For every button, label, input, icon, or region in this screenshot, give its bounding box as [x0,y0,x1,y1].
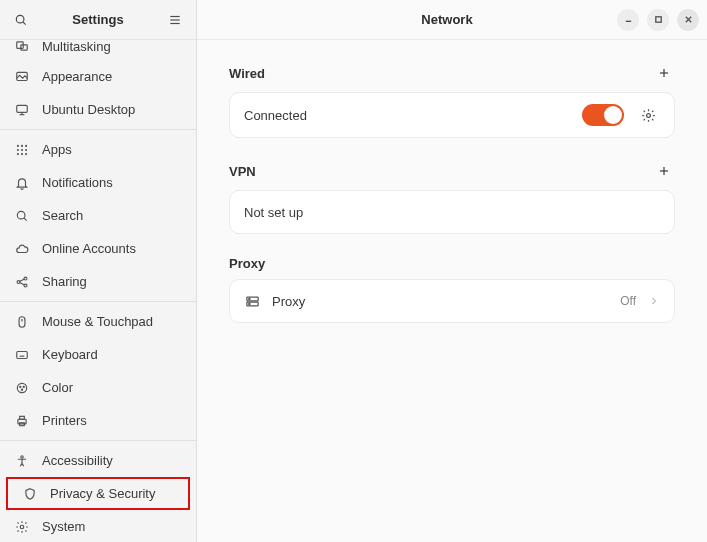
close-icon [684,15,693,24]
plus-icon [657,164,671,178]
maximize-button[interactable] [647,9,669,31]
svg-point-55 [248,303,249,304]
svg-rect-6 [21,45,27,50]
wired-title: Wired [229,66,653,81]
svg-point-18 [21,153,23,155]
sidebar-item-label: Printers [42,413,182,428]
sidebar-item-apps[interactable]: Apps [0,133,196,166]
vpn-card: Not set up [229,190,675,234]
search-button[interactable] [8,7,34,33]
sidebar-item-appearance[interactable]: Appearance [0,60,196,93]
sidebar: Settings Multitasking Appearance Ubuntu … [0,0,197,542]
minimize-icon [624,15,633,24]
sidebar-item-label: Color [42,380,182,395]
page-title: Network [277,12,617,27]
sidebar-item-label: Sharing [42,274,182,289]
highlight-annotation: Privacy & Security [6,477,190,510]
svg-line-26 [20,282,25,284]
sidebar-title: Settings [34,12,162,27]
svg-point-16 [25,148,27,150]
close-button[interactable] [677,9,699,31]
chevron-right-icon [648,295,660,307]
gear-icon [641,108,656,123]
svg-point-42 [20,525,24,529]
wired-settings-button[interactable] [636,103,660,127]
proxy-section-header: Proxy [229,256,675,271]
svg-line-25 [20,279,25,281]
sidebar-item-multitasking[interactable]: Multitasking [0,40,196,60]
add-wired-button[interactable] [653,62,675,84]
keyboard-icon [14,347,30,363]
main: Network Wired Connected [197,0,707,542]
wired-status: Connected [244,108,570,123]
svg-rect-8 [17,105,28,112]
vpn-status: Not set up [244,205,660,220]
proxy-row-label: Proxy [272,294,608,309]
sidebar-item-label: Multitasking [42,40,111,54]
sidebar-item-online-accounts[interactable]: Online Accounts [0,232,196,265]
sidebar-item-label: System [42,519,182,534]
sidebar-item-sharing[interactable]: Sharing [0,265,196,298]
window-controls [617,9,699,31]
sidebar-header: Settings [0,0,196,40]
sidebar-item-keyboard[interactable]: Keyboard [0,338,196,371]
sidebar-item-label: Search [42,208,182,223]
sidebar-item-label: Online Accounts [42,241,182,256]
svg-point-20 [17,211,25,219]
menu-button[interactable] [162,7,188,33]
svg-point-19 [25,153,27,155]
sidebar-item-ubuntu-desktop[interactable]: Ubuntu Desktop [0,93,196,126]
accessibility-icon [14,453,30,469]
svg-point-12 [21,144,23,146]
sidebar-separator [0,440,196,441]
wired-section-header: Wired [229,62,675,84]
sidebar-item-privacy-security[interactable]: Privacy & Security [8,479,188,508]
wired-row: Connected [230,93,674,137]
sidebar-item-label: Accessibility [42,453,182,468]
svg-point-11 [17,144,19,146]
multitask-icon [14,40,30,54]
mouse-icon [14,314,30,330]
svg-point-37 [21,389,22,390]
svg-point-0 [16,15,24,23]
proxy-row[interactable]: Proxy Off [230,280,674,322]
add-vpn-button[interactable] [653,160,675,182]
sidebar-item-label: Appearance [42,69,182,84]
cloud-icon [14,241,30,257]
plus-icon [657,66,671,80]
sidebar-item-label: Keyboard [42,347,182,362]
sidebar-item-label: Apps [42,142,182,157]
sidebar-item-label: Notifications [42,175,182,190]
svg-point-54 [248,298,249,299]
grid-icon [14,142,30,158]
proxy-icon [244,293,260,309]
proxy-row-value: Off [620,294,636,308]
sidebar-item-color[interactable]: Color [0,371,196,404]
sidebar-item-system[interactable]: System [0,510,196,542]
sidebar-item-search[interactable]: Search [0,199,196,232]
content: Wired Connected VPN [197,40,707,337]
proxy-title: Proxy [229,256,675,271]
printer-icon [14,413,30,429]
appearance-icon [14,69,30,85]
wired-toggle[interactable] [582,104,624,126]
search-icon [14,208,30,224]
bell-icon [14,175,30,191]
svg-line-21 [24,217,27,220]
sidebar-item-printers[interactable]: Printers [0,404,196,437]
vpn-row: Not set up [230,191,674,233]
sidebar-item-accessibility[interactable]: Accessibility [0,444,196,477]
svg-rect-39 [20,416,25,419]
svg-point-35 [20,386,21,387]
svg-rect-27 [19,316,25,327]
color-icon [14,380,30,396]
hamburger-icon [168,13,182,27]
svg-point-49 [646,113,650,117]
svg-point-14 [17,148,19,150]
sidebar-separator [0,129,196,130]
sidebar-item-notifications[interactable]: Notifications [0,166,196,199]
sidebar-item-mouse-touchpad[interactable]: Mouse & Touchpad [0,305,196,338]
sidebar-list: Multitasking Appearance Ubuntu Desktop A… [0,40,196,542]
minimize-button[interactable] [617,9,639,31]
proxy-card: Proxy Off [229,279,675,323]
